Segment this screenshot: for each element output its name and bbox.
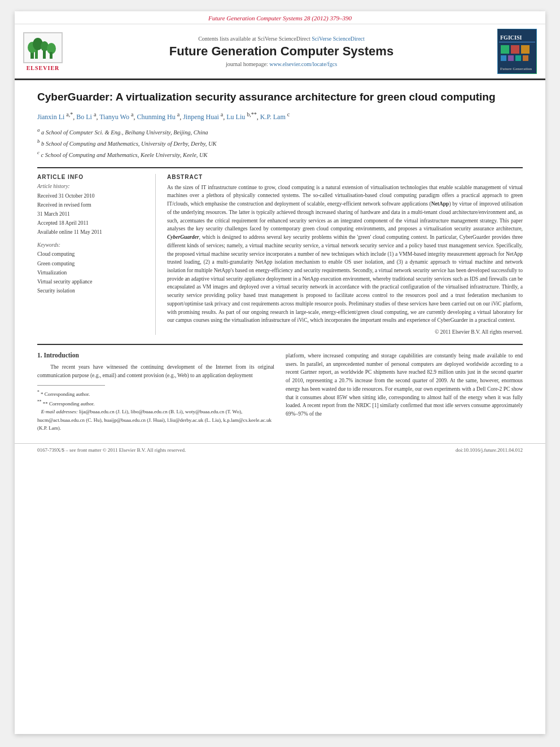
sciverse-line: Contents lists available at SciVerse Sci…: [71, 36, 492, 42]
svg-rect-13: [521, 45, 530, 54]
affil-b: b b School of Computing and Mathematics,…: [37, 137, 523, 148]
keyword-3: Virtual security appliance: [37, 277, 147, 286]
footnote-double-star: ** ** Corresponding author.: [37, 399, 274, 408]
journal-center-info: Contents lists available at SciVerse Sci…: [71, 36, 492, 67]
svg-rect-14: [501, 55, 506, 61]
section-divider: [37, 344, 523, 345]
journal-reference-bar: Future Generation Computer Systems 28 (2…: [15, 11, 545, 24]
bottom-bar: 0167-739X/$ – see front matter © 2011 El…: [15, 443, 545, 456]
svg-rect-5: [43, 51, 46, 59]
doi-text: doi:10.1016/j.future.2011.04.012: [456, 447, 523, 453]
author-lu: Lu Liu: [226, 113, 245, 121]
history-item-4: Available online 11 May 2011: [37, 228, 147, 237]
elsevier-label: ELSEVIER: [27, 65, 60, 71]
intro-left-text: The recent years have witnessed the cont…: [37, 363, 274, 379]
elsevier-logo-image: [23, 32, 63, 63]
keywords-section: Keywords: Cloud computing Green computin…: [37, 242, 147, 295]
abstract-heading: ABSTRACT: [167, 174, 523, 180]
journal-cover-image: FGICISI Future Generation: [497, 29, 540, 74]
history-item-2: 31 March 2011: [37, 209, 147, 219]
keyword-2: Virtualization: [37, 268, 147, 277]
paper-content: CyberGuarder: A virtualization security …: [15, 80, 545, 443]
author-chunming: Chunming Hu: [137, 113, 175, 121]
author-tianyu: Tianyu Wo: [99, 113, 129, 121]
affiliations: a a School of Computer Sci. & Eng., Beih…: [37, 126, 523, 160]
copyright-text: © 2011 Elsevier B.V. All rights reserved…: [167, 329, 523, 335]
elsevier-logo-section: ELSEVIER: [20, 32, 65, 71]
fgcs-cover: FGICISI Future Generation: [497, 29, 537, 74]
homepage-line: journal homepage: www.elsevier.com/locat…: [71, 61, 492, 67]
author-kp: K.P. Lam: [260, 113, 286, 121]
footnote-star: * * Corresponding author.: [37, 389, 274, 398]
svg-rect-16: [515, 55, 521, 61]
journal-header: ELSEVIER Contents lists available at Sci…: [15, 24, 545, 80]
svg-rect-15: [508, 55, 514, 61]
keyword-4: Security isolation: [37, 286, 147, 295]
keyword-0: Cloud computing: [37, 250, 147, 259]
introduction-heading: 1. Introduction: [37, 352, 274, 359]
intro-right-text: platform, where increased computing and …: [286, 352, 523, 418]
keywords-label: Keywords:: [37, 242, 147, 248]
journal-ref-text: Future Generation Computer Systems 28 (2…: [208, 15, 352, 21]
intro-left-col: 1. Introduction The recent years have wi…: [37, 352, 274, 432]
svg-text:Future Generation: Future Generation: [500, 67, 532, 71]
homepage-link[interactable]: www.elsevier.com/locate/fgcs: [269, 61, 337, 67]
keywords-list: Cloud computing Green computing Virtuali…: [37, 250, 147, 295]
footnotes: * * Corresponding author. ** ** Correspo…: [37, 389, 274, 432]
keyword-1: Green computing: [37, 259, 147, 268]
author-jianxin-affil: a,*,: [64, 113, 76, 121]
issn-text: 0167-739X/$ – see front matter © 2011 El…: [37, 447, 186, 453]
article-info-heading: ARTICLE INFO: [37, 174, 147, 180]
journal-title: Future Generation Computer Systems: [71, 44, 492, 59]
svg-rect-10: [499, 42, 535, 42]
svg-rect-12: [511, 45, 519, 54]
page: Future Generation Computer Systems 28 (2…: [15, 11, 545, 734]
affil-c: c c School of Computing and Mathematics,…: [37, 148, 523, 160]
sciverse-link[interactable]: SciVerse ScienceDirect: [312, 36, 365, 42]
footnote-emails: E-mail addresses: lija@buaa.edu.cn (J. L…: [37, 408, 274, 432]
history-item-1: Received in revised form: [37, 200, 147, 209]
author-bo: Bo Li: [76, 113, 92, 121]
article-info-panel: ARTICLE INFO Article history: Received 3…: [37, 174, 156, 335]
introduction-section: 1. Introduction The recent years have wi…: [37, 352, 523, 432]
svg-text:FGICISI: FGICISI: [500, 34, 522, 41]
author-jinpeng: Jinpeng Huai: [183, 113, 219, 121]
history-item-3: Accepted 18 April 2011: [37, 219, 147, 228]
footnote-divider: [37, 385, 105, 386]
intro-right-col: platform, where increased computing and …: [286, 352, 523, 432]
author-jianxin: Jianxin Li: [37, 113, 64, 121]
svg-rect-11: [501, 45, 509, 54]
abstract-text: As the sizes of IT infrastructure contin…: [167, 184, 523, 325]
svg-rect-17: [523, 55, 528, 61]
history-items: Received 31 October 2010 Received in rev…: [37, 191, 147, 237]
abstract-panel: ABSTRACT As the sizes of IT infrastructu…: [167, 174, 523, 335]
history-label: Article history:: [37, 184, 147, 189]
authors-line: Jianxin Li a,*, Bo Li a, Tianyu Wo a, Ch…: [37, 110, 523, 123]
paper-title: CyberGuarder: A virtualization security …: [37, 90, 523, 104]
article-info-abstract-section: ARTICLE INFO Article history: Received 3…: [37, 167, 523, 335]
affil-a: a a School of Computer Sci. & Eng., Beih…: [37, 126, 523, 137]
svg-rect-7: [50, 52, 53, 59]
history-item-0: Received 31 October 2010: [37, 191, 147, 200]
